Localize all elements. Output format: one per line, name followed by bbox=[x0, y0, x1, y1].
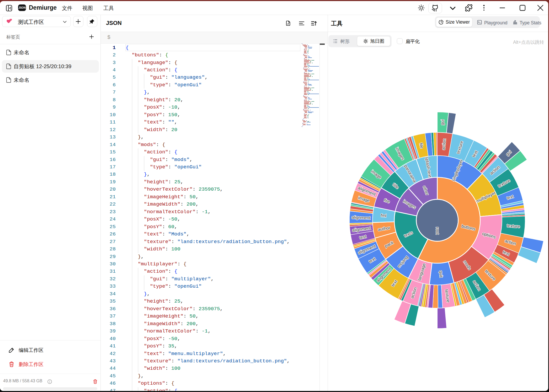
svg-text:gui: gui bbox=[440, 119, 445, 125]
svg-text:fml: fml bbox=[381, 213, 387, 218]
svg-text:root: root bbox=[435, 227, 440, 235]
svg-text:texture: texture bbox=[507, 223, 520, 229]
svg-text:alignment: alignment bbox=[351, 215, 371, 220]
svg-text:action: action bbox=[441, 138, 447, 150]
svg-text:quit: quit bbox=[439, 270, 444, 278]
